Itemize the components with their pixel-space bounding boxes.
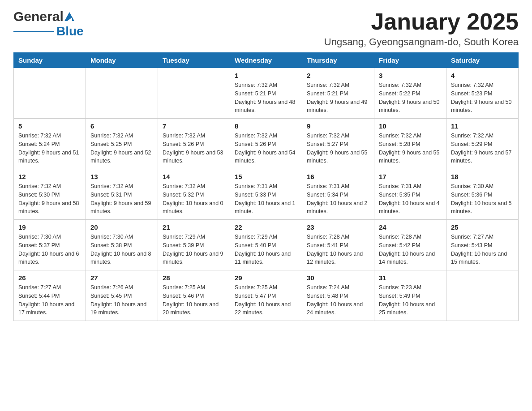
day-info: Sunrise: 7:32 AMSunset: 5:21 PMDaylight:… (235, 81, 297, 115)
day-number: 2 (307, 72, 369, 79)
day-number: 9 (307, 122, 369, 130)
day-info: Sunrise: 7:32 AMSunset: 5:26 PMDaylight:… (235, 132, 297, 165)
day-number: 4 (451, 72, 514, 79)
day-number: 15 (235, 173, 297, 180)
day-info: Sunrise: 7:32 AMSunset: 5:27 PMDaylight:… (307, 132, 369, 165)
calendar-cell: 13Sunrise: 7:32 AMSunset: 5:31 PMDayligh… (86, 169, 158, 220)
calendar-cell: 7Sunrise: 7:32 AMSunset: 5:26 PMDaylight… (158, 119, 230, 169)
calendar-cell: 26Sunrise: 7:27 AMSunset: 5:44 PMDayligh… (14, 270, 86, 321)
calendar-cell (14, 68, 86, 119)
location-title: Ungsang, Gyeongsangnam-do, South Korea (324, 36, 519, 48)
calendar-cell: 23Sunrise: 7:28 AMSunset: 5:41 PMDayligh… (302, 220, 374, 270)
day-number: 13 (90, 173, 153, 180)
calendar-cell: 3Sunrise: 7:32 AMSunset: 5:22 PMDaylight… (374, 68, 446, 119)
calendar-cell: 9Sunrise: 7:32 AMSunset: 5:27 PMDaylight… (302, 119, 374, 169)
calendar-cell: 29Sunrise: 7:25 AMSunset: 5:47 PMDayligh… (230, 270, 302, 321)
day-info: Sunrise: 7:32 AMSunset: 5:31 PMDaylight:… (90, 182, 153, 216)
calendar-cell: 30Sunrise: 7:24 AMSunset: 5:48 PMDayligh… (302, 270, 374, 321)
day-info: Sunrise: 7:25 AMSunset: 5:47 PMDaylight:… (235, 283, 297, 317)
day-number: 21 (163, 223, 225, 231)
header: General Blue January 2025 Ungsang, Gyeon… (13, 9, 519, 48)
day-info: Sunrise: 7:30 AMSunset: 5:36 PMDaylight:… (451, 182, 514, 216)
calendar-cell: 17Sunrise: 7:31 AMSunset: 5:35 PMDayligh… (374, 169, 446, 220)
day-info: Sunrise: 7:32 AMSunset: 5:26 PMDaylight:… (163, 132, 225, 165)
calendar-cell: 24Sunrise: 7:28 AMSunset: 5:42 PMDayligh… (374, 220, 446, 270)
day-info: Sunrise: 7:27 AMSunset: 5:43 PMDaylight:… (451, 233, 514, 266)
calendar-cell: 18Sunrise: 7:30 AMSunset: 5:36 PMDayligh… (446, 169, 519, 220)
weekday-header-monday: Monday (86, 53, 158, 68)
day-number: 6 (90, 122, 153, 130)
calendar-cell: 10Sunrise: 7:32 AMSunset: 5:28 PMDayligh… (374, 119, 446, 169)
month-title: January 2025 (324, 9, 519, 34)
day-number: 11 (451, 122, 514, 130)
title-area: January 2025 Ungsang, Gyeongsangnam-do, … (324, 9, 519, 48)
logo-general-text: General (13, 9, 64, 24)
logo-icon (64, 12, 74, 21)
calendar-cell: 27Sunrise: 7:26 AMSunset: 5:45 PMDayligh… (86, 270, 158, 321)
day-number: 31 (379, 274, 442, 282)
day-number: 7 (163, 122, 225, 130)
day-number: 10 (379, 122, 442, 130)
calendar-cell: 12Sunrise: 7:32 AMSunset: 5:30 PMDayligh… (14, 169, 86, 220)
day-number: 14 (163, 173, 225, 180)
week-row-4: 19Sunrise: 7:30 AMSunset: 5:37 PMDayligh… (14, 220, 519, 270)
day-number: 8 (235, 122, 297, 130)
weekday-header-friday: Friday (374, 53, 446, 68)
day-number: 18 (451, 173, 514, 180)
day-info: Sunrise: 7:28 AMSunset: 5:41 PMDaylight:… (307, 233, 369, 266)
day-info: Sunrise: 7:32 AMSunset: 5:24 PMDaylight:… (18, 132, 81, 165)
calendar-cell: 22Sunrise: 7:29 AMSunset: 5:40 PMDayligh… (230, 220, 302, 270)
calendar-cell: 14Sunrise: 7:32 AMSunset: 5:32 PMDayligh… (158, 169, 230, 220)
week-row-3: 12Sunrise: 7:32 AMSunset: 5:30 PMDayligh… (14, 169, 519, 220)
calendar-cell: 1Sunrise: 7:32 AMSunset: 5:21 PMDaylight… (230, 68, 302, 119)
day-number: 27 (90, 274, 153, 282)
day-number: 12 (18, 173, 81, 180)
weekday-header-sunday: Sunday (14, 53, 86, 68)
calendar-cell: 15Sunrise: 7:31 AMSunset: 5:33 PMDayligh… (230, 169, 302, 220)
day-info: Sunrise: 7:30 AMSunset: 5:38 PMDaylight:… (90, 233, 153, 266)
weekday-header-thursday: Thursday (302, 53, 374, 68)
weekday-header-saturday: Saturday (446, 53, 519, 68)
day-info: Sunrise: 7:25 AMSunset: 5:46 PMDaylight:… (163, 283, 225, 317)
day-number: 22 (235, 223, 297, 231)
day-info: Sunrise: 7:32 AMSunset: 5:32 PMDaylight:… (163, 182, 225, 216)
day-number: 30 (307, 274, 369, 282)
day-number: 26 (18, 274, 81, 282)
weekday-header-row: SundayMondayTuesdayWednesdayThursdayFrid… (14, 53, 519, 68)
calendar-cell: 5Sunrise: 7:32 AMSunset: 5:24 PMDaylight… (14, 119, 86, 169)
week-row-1: 1Sunrise: 7:32 AMSunset: 5:21 PMDaylight… (14, 68, 519, 119)
day-number: 16 (307, 173, 369, 180)
day-info: Sunrise: 7:28 AMSunset: 5:42 PMDaylight:… (379, 233, 442, 266)
calendar-cell: 16Sunrise: 7:31 AMSunset: 5:34 PMDayligh… (302, 169, 374, 220)
day-info: Sunrise: 7:32 AMSunset: 5:23 PMDaylight:… (451, 81, 514, 115)
calendar-cell: 19Sunrise: 7:30 AMSunset: 5:37 PMDayligh… (14, 220, 86, 270)
day-info: Sunrise: 7:32 AMSunset: 5:22 PMDaylight:… (379, 81, 442, 115)
day-info: Sunrise: 7:32 AMSunset: 5:21 PMDaylight:… (307, 81, 369, 115)
calendar-cell: 20Sunrise: 7:30 AMSunset: 5:38 PMDayligh… (86, 220, 158, 270)
day-info: Sunrise: 7:32 AMSunset: 5:25 PMDaylight:… (90, 132, 153, 165)
day-info: Sunrise: 7:29 AMSunset: 5:39 PMDaylight:… (163, 233, 225, 266)
day-number: 20 (90, 223, 153, 231)
weekday-header-wednesday: Wednesday (230, 53, 302, 68)
logo-underline (13, 31, 54, 32)
calendar-cell: 25Sunrise: 7:27 AMSunset: 5:43 PMDayligh… (446, 220, 519, 270)
calendar-cell: 21Sunrise: 7:29 AMSunset: 5:39 PMDayligh… (158, 220, 230, 270)
day-number: 19 (18, 223, 81, 231)
day-number: 28 (163, 274, 225, 282)
day-info: Sunrise: 7:26 AMSunset: 5:45 PMDaylight:… (90, 283, 153, 317)
day-info: Sunrise: 7:32 AMSunset: 5:28 PMDaylight:… (379, 132, 442, 165)
day-number: 3 (379, 72, 442, 79)
calendar-table: SundayMondayTuesdayWednesdayThursdayFrid… (13, 52, 519, 321)
calendar-cell: 4Sunrise: 7:32 AMSunset: 5:23 PMDaylight… (446, 68, 519, 119)
day-info: Sunrise: 7:31 AMSunset: 5:33 PMDaylight:… (235, 182, 297, 216)
day-number: 1 (235, 72, 297, 79)
calendar-cell: 28Sunrise: 7:25 AMSunset: 5:46 PMDayligh… (158, 270, 230, 321)
day-info: Sunrise: 7:32 AMSunset: 5:30 PMDaylight:… (18, 182, 81, 216)
calendar-cell: 31Sunrise: 7:23 AMSunset: 5:49 PMDayligh… (374, 270, 446, 321)
day-number: 25 (451, 223, 514, 231)
logo-blue-text: Blue (56, 24, 84, 39)
logo-bottom-row: Blue (13, 24, 84, 39)
calendar-cell (86, 68, 158, 119)
day-number: 5 (18, 122, 81, 130)
day-number: 24 (379, 223, 442, 231)
